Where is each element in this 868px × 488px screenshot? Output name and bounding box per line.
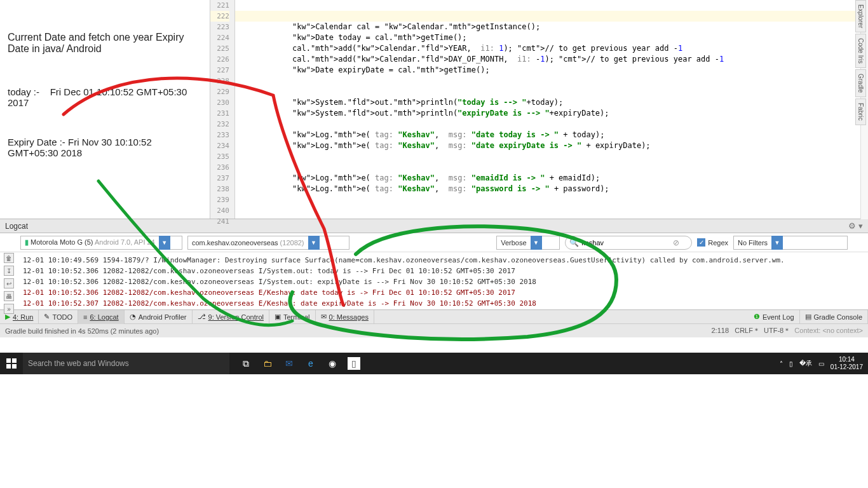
wifi-icon[interactable]: �承 [799,359,812,368]
tab-terminal[interactable]: ▣Terminal [269,310,316,324]
log-line: 12-01 10:10:52.306 12082-12082/com.kesha… [23,276,865,287]
taskbar-search-placeholder: Search the web and Windows [28,359,129,368]
svg-rect-1 [12,358,17,363]
sidetab-explorer[interactable]: Explorer [855,0,866,32]
taskbar-search[interactable]: Search the web and Windows [23,353,229,374]
top-area: Current Date and fetch one year Expiry D… [0,0,868,219]
status-right: 2:118 CRLF＊ UTF-8＊ Context: <no context> [712,326,864,336]
tab-profiler[interactable]: ◔Android Profiler [125,310,193,324]
expiry-label: Expiry Date :- [8,137,65,147]
device-selector[interactable]: ▮ Motorola Moto G (5) Android 7.0, API 2… [20,236,182,250]
notes-today: today :- Fri Dec 01 10:10:52 GMT+05:30 2… [8,86,202,108]
status-bar: Gradle build finished in 4s 520ms (2 min… [0,323,868,337]
filter-selector[interactable]: No Filters ▼ [733,236,848,250]
annotation-pane: Current Date and fetch one year Expiry D… [0,0,210,219]
file-explorer-icon[interactable]: 🗀 [261,357,274,370]
tab-vcs[interactable]: ⎇9: Version Control [193,310,269,324]
notes-title: Current Date and fetch one year Expiry D… [8,32,202,55]
editor-gutter[interactable]: 2212222232242252262272282292302312322332… [210,0,235,219]
tab-event-log[interactable]: ❶Event Log [749,310,800,324]
edge-icon[interactable]: e [304,357,317,370]
bottom-tool-tabs: ▶4: Run ✎TODO ≡6: Logcat ◔Android Profil… [0,309,868,323]
start-button[interactable] [0,353,23,374]
logcat-toolbar: ▮ Motorola Moto G (5) Android 7.0, API 2… [0,233,868,252]
chevron-down-icon[interactable]: ▼ [159,236,170,250]
clear-icon[interactable]: ⊘ [673,238,679,247]
log-level-selector[interactable]: Verbose ▼ [496,236,560,250]
notes-expiry: Expiry Date :- Fri Nov 30 10:10:52 GMT+0… [8,137,202,158]
battery-icon[interactable]: ▯ [789,360,793,367]
windows-icon [6,358,17,369]
code-editor[interactable]: "kw">Calendar cal = "kw">Calendar."mth">… [235,0,868,219]
svg-rect-0 [6,358,11,363]
chevron-down-icon[interactable]: ▼ [771,236,783,250]
sidetab-fabric[interactable]: Fabric [855,98,866,125]
logcat-search[interactable]: 🔍 ⊘ [565,236,692,250]
notifications-icon[interactable]: ▭ [818,360,824,367]
log-line: 12-01 10:10:52.306 12082-12082/com.kesha… [23,266,865,276]
regex-checkbox[interactable]: ✓ Regex [697,238,728,247]
status-message: Gradle build finished in 4s 520ms (2 min… [5,327,159,335]
log-line: 12-01 10:10:49.569 1594-1879/? I/WindowM… [23,255,865,266]
chevron-down-icon[interactable]: ▼ [308,236,320,250]
svg-rect-2 [6,364,11,369]
tab-todo[interactable]: ✎TODO [39,310,78,324]
taskbar-pinned: ⧉ 🗀 ✉ e ◉ ▯ [229,357,360,370]
chevron-down-icon[interactable]: ▼ [531,236,542,250]
right-tool-tabs: ExplorerCode IrisGradleFabric [855,0,868,219]
tray-clock[interactable]: 10:14 01-12-2017 [831,356,863,371]
tab-messages[interactable]: ✉0: Messages [316,310,374,324]
today-label: today :- [8,86,39,97]
tab-logcat[interactable]: ≡6: Logcat [78,310,125,324]
logcat-search-input[interactable] [581,239,670,247]
log-line: 12-01 10:10:52.307 12082-12082/com.kesha… [23,298,865,309]
process-selector[interactable]: com.keshav.ozoneoverseas (12082) ▼ [187,236,349,250]
outlook-icon[interactable]: ✉ [283,357,295,370]
chevron-up-icon[interactable]: ˄ [780,360,783,367]
logcat-title: Logcat [5,222,28,231]
chrome-icon[interactable]: ◉ [326,357,339,370]
search-icon: 🔍 [569,238,579,247]
logcat-output[interactable]: 12-01 10:10:49.569 1594-1879/? I/WindowM… [0,252,868,309]
windows-taskbar[interactable]: Search the web and Windows ⧉ 🗀 ✉ e ◉ ▯ ˄… [0,353,868,374]
task-view-icon[interactable]: ⧉ [240,357,252,370]
sidetab-code-iris[interactable]: Code Iris [855,34,866,68]
system-tray[interactable]: ˄ ▯ �承 ▭ 10:14 01-12-2017 [780,356,868,371]
sidetab-gradle[interactable]: Gradle [855,69,866,97]
tab-gradle-console[interactable]: ▤Gradle Console [800,310,868,324]
check-icon: ✓ [697,238,705,247]
notepad-icon[interactable]: ▯ [348,357,360,370]
svg-rect-3 [12,364,17,369]
log-line: 12-01 10:10:52.306 12082-12082/com.kesha… [23,287,865,298]
